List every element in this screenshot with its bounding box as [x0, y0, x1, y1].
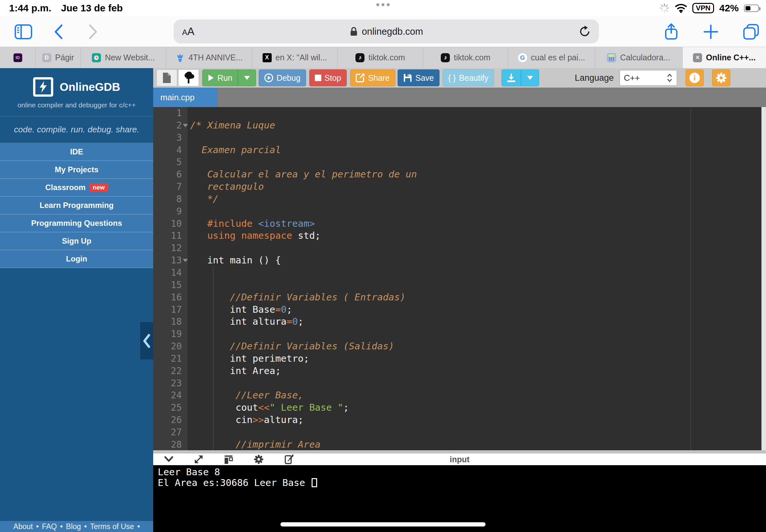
browser-tab-title: 4TH ANNIVE... — [188, 53, 243, 62]
sidebar-item-label: Sign Up — [62, 236, 91, 246]
footer-link-about[interactable]: About — [13, 522, 33, 531]
sidebar-item-sign-up[interactable]: Sign Up — [0, 232, 153, 250]
code-line — [190, 156, 761, 168]
console-dock-button[interactable] — [224, 455, 233, 464]
debug-button[interactable]: Debug — [259, 69, 306, 86]
editor-scrollbar[interactable] — [761, 107, 766, 451]
x-icon: X — [262, 53, 272, 62]
sidebar-collapse-handle[interactable] — [140, 322, 153, 359]
language-select[interactable]: C++ — [620, 70, 677, 86]
settings-button[interactable] — [712, 69, 730, 86]
code-line: cin>>altura; — [190, 414, 761, 426]
fold-arrow-icon[interactable] — [183, 124, 188, 127]
footer-link-blog[interactable]: Blog — [66, 522, 81, 531]
browser-tab[interactable]: Gcual es el pai... — [508, 47, 595, 68]
sidebar-item-classroom[interactable]: Classroomnew — [0, 179, 153, 197]
line-number: 19 — [153, 328, 188, 340]
sidebar-item-label: Learn Programming — [40, 201, 114, 210]
sidebar-item-learn-programming[interactable]: Learn Programming — [0, 197, 153, 214]
footer-bullet: • — [60, 522, 63, 531]
code-line: Calcular el area y el perimetro de un — [190, 168, 761, 181]
line-number: 18 — [153, 316, 188, 328]
browser-tab[interactable]: Xen X: "All wil... — [252, 47, 337, 68]
url-bar[interactable]: AA onlinegdb.com — [174, 19, 599, 43]
beautify-button[interactable]: { } Beautify — [443, 69, 494, 86]
upload-button[interactable] — [178, 69, 199, 86]
browser-tab[interactable]: Calculadora... — [595, 47, 683, 68]
indent-guide — [213, 267, 213, 451]
info-button[interactable]: i — [686, 69, 704, 86]
browser-tab[interactable]: ♪tiktok.com — [423, 47, 508, 68]
stop-button[interactable]: Stop — [309, 69, 346, 86]
sidebar: OnlineGDB online compiler and debugger f… — [0, 68, 153, 532]
google-icon: G — [518, 53, 527, 62]
code-line: int main () { — [190, 254, 761, 267]
console-settings-button[interactable] — [254, 454, 263, 464]
run-options-button[interactable] — [238, 69, 256, 86]
browser-tab-title: tiktok.com — [368, 53, 405, 62]
back-button[interactable] — [50, 16, 67, 47]
console-collapse-button[interactable] — [164, 456, 173, 463]
browser-tab[interactable]: New Websit... — [81, 47, 166, 68]
fold-arrow-icon[interactable] — [183, 259, 188, 262]
sidebar-item-my-projects[interactable]: My Projects — [0, 161, 153, 179]
sidebar-item-login[interactable]: Login — [0, 250, 153, 268]
download-options-button[interactable] — [521, 69, 539, 86]
ide-toolbar: Run Debug Stop — [153, 68, 766, 88]
terminal-cursor — [311, 478, 317, 487]
download-button[interactable] — [502, 69, 521, 86]
wifi-icon — [675, 4, 687, 13]
browser-tab[interactable]: ID — [0, 47, 36, 68]
print-margin — [690, 107, 691, 451]
footer-bullet: • — [84, 522, 87, 531]
line-number: 27 — [153, 426, 188, 439]
url-text: onlinegdb.com — [362, 26, 423, 37]
footer-link-faq[interactable]: FAQ — [42, 522, 57, 531]
sidebar-toggle-button[interactable] — [14, 16, 33, 47]
browser-tab-title: en X: "All wil... — [275, 53, 327, 62]
sidebar-item-label: Programming Questions — [31, 219, 122, 228]
reload-button[interactable] — [579, 25, 591, 39]
file-tab-main-cpp[interactable]: main.cpp — [153, 88, 217, 107]
gear-icon — [716, 72, 727, 83]
brand-subtitle: online compiler and debugger for c/c++ — [0, 101, 153, 109]
code-line — [190, 242, 761, 254]
line-number: 1 — [153, 107, 188, 119]
screen: 1:44 p.m. Jue 13 de feb — [0, 0, 766, 532]
new-file-button[interactable] — [156, 69, 177, 86]
sidebar-item-ide[interactable]: IDE — [0, 143, 153, 161]
vpn-badge: VPN — [692, 3, 714, 13]
browser-tab[interactable]: DPágir — [36, 47, 81, 68]
forward-button[interactable] — [85, 16, 101, 47]
tabs-overview-button[interactable] — [741, 16, 761, 47]
browser-tab[interactable]: 4TH ANNIVE... — [166, 47, 252, 68]
console-output-line: Leer Base 8 — [158, 467, 766, 478]
editor-code-area[interactable]: /* Ximena Luque Examen parcial Calcular … — [188, 107, 761, 451]
activity-spinner-icon — [659, 3, 670, 13]
sidebar-item-programming-questions[interactable]: Programming Questions — [0, 214, 153, 232]
line-number: 3 — [153, 132, 188, 144]
browser-tab-title: New Websit... — [105, 53, 155, 62]
new-badge: new — [90, 183, 108, 192]
debug-play-icon — [264, 73, 273, 82]
code-editor[interactable]: 1234567891011121314151617181920212223242… — [153, 107, 766, 451]
console-resize-handle[interactable] — [153, 450, 766, 453]
browser-tab[interactable]: ♪tiktok.com — [337, 47, 423, 68]
close-icon[interactable]: ✕ — [693, 53, 702, 62]
run-button[interactable]: Run — [202, 69, 238, 86]
save-button[interactable]: Save — [398, 69, 440, 86]
file-tab-strip: main.cpp — [153, 88, 766, 107]
console-edit-input-button[interactable] — [284, 454, 293, 464]
share-code-button[interactable]: Share — [350, 69, 395, 86]
new-tab-button[interactable] — [701, 16, 721, 47]
footer-link-terms-of-use[interactable]: Terms of Use — [90, 522, 134, 531]
line-number: 28 — [153, 439, 188, 451]
home-indicator[interactable] — [280, 522, 486, 526]
browser-tab[interactable]: ✕Online C++... — [683, 47, 766, 68]
share-page-button[interactable] — [662, 16, 681, 47]
code-line — [190, 426, 761, 439]
line-number: 13 — [153, 254, 188, 267]
footer-bullet: • — [36, 522, 39, 531]
console-expand-button[interactable] — [194, 455, 203, 464]
code-line: */ — [190, 193, 761, 205]
